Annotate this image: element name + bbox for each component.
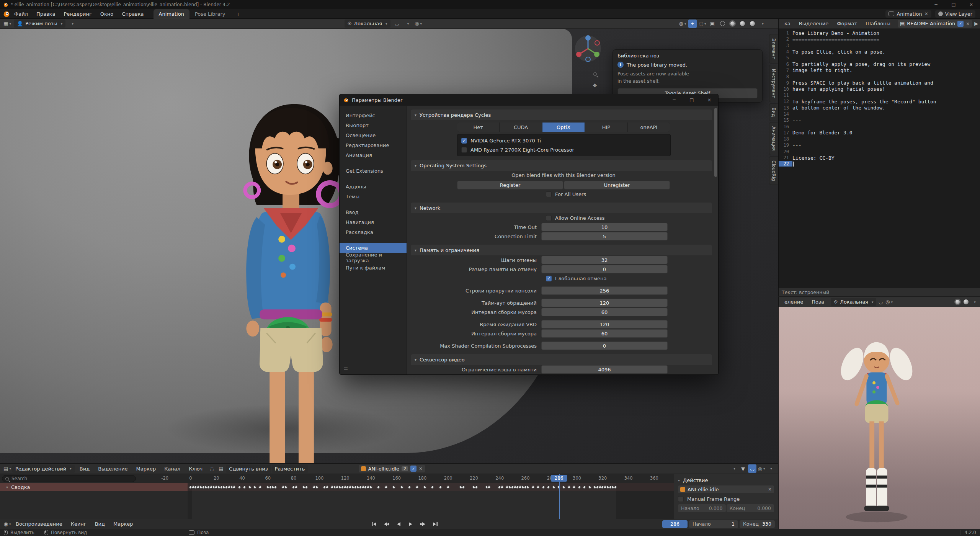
keyframe-diamond[interactable] (423, 485, 427, 489)
keyframe-diamond[interactable] (531, 485, 535, 489)
text-line[interactable]: 4To pose Ellie, click on a pose. (779, 49, 980, 55)
text-line[interactable]: 20 (779, 149, 980, 155)
text-line[interactable]: 19--- (779, 142, 980, 148)
text-line[interactable]: 16 (779, 123, 980, 129)
editor-type-icon[interactable]: ▦▾ (3, 20, 11, 28)
prefs-scrollbar[interactable] (714, 108, 717, 177)
prefs-nav-Раскладка[interactable]: Раскладка (340, 227, 407, 237)
shading-options-icon[interactable]: ▾ (758, 20, 766, 28)
text-line[interactable]: 17Demo for Blender 3.0 (779, 130, 980, 136)
keyframe-diamond[interactable] (577, 485, 581, 489)
snap-magnet-icon-2[interactable]: ◡ (876, 298, 885, 306)
shading-wireframe-icon[interactable] (718, 20, 727, 28)
prefs-hamburger-icon[interactable]: ≡ (343, 364, 348, 371)
text-line[interactable]: 18 (779, 136, 980, 142)
prefs-nav-Редактирование[interactable]: Редактирование (340, 140, 407, 150)
layers-icon[interactable]: ▤ (217, 464, 225, 473)
transform-orientation-2[interactable]: ⟐ Локальная▾ (831, 298, 877, 306)
gizmos-toggle-icon[interactable]: ⌖ (688, 20, 697, 28)
mode-selector[interactable]: 👤 Режим позы▾ (14, 20, 65, 28)
pose-viewport-canvas[interactable] (779, 307, 980, 529)
field-Шаги отмены[interactable]: 32 (541, 256, 668, 264)
field-Интервал сборки мусора[interactable]: 60 (541, 329, 668, 338)
section-os-settings[interactable]: ▾Operating System Settings (411, 160, 712, 171)
text-line[interactable]: 2============================= (779, 36, 980, 42)
fake-user-shield-icon[interactable]: ✓ (957, 21, 964, 27)
field-Время ожидания VBO[interactable]: 120 (541, 320, 668, 328)
keyframe-diamond[interactable] (583, 485, 586, 489)
action-panel-title[interactable]: Действие (683, 477, 708, 483)
text-line[interactable]: 11 (779, 92, 980, 98)
push-down-button[interactable]: Сдвинуть вниз (226, 465, 271, 473)
keyframe-diamond[interactable] (562, 485, 566, 489)
maximize-button[interactable]: □ (945, 0, 962, 9)
range-start-field[interactable]: Начало0.000 (678, 504, 726, 512)
prefs-nav-Пути к файлам[interactable]: Пути к файлам (340, 263, 407, 273)
text-line[interactable]: 5 (779, 55, 980, 61)
keyframe-diamond[interactable] (243, 485, 247, 489)
text-line[interactable]: 6To partially apply a pose, drag on its … (779, 61, 980, 67)
frame-end-field[interactable]: Конец330 (740, 520, 775, 528)
visibility-icon[interactable]: ◍▾ (678, 20, 687, 28)
keyframe-diamond[interactable] (487, 485, 491, 489)
jump-to-end-button[interactable] (430, 520, 441, 528)
add-workspace-button[interactable]: + (231, 9, 246, 19)
dopesheet-menu-Выделение[interactable]: Выделение (94, 466, 132, 472)
field-Размер памяти на отмену[interactable]: 0 (541, 265, 668, 273)
keyframe-diamond[interactable] (614, 485, 617, 489)
text-line[interactable]: 7image left to right. (779, 67, 980, 74)
device-tab-OptiX[interactable]: OptiX (542, 123, 585, 132)
sidebar-tab-Элемент[interactable]: Элемент (769, 34, 778, 64)
text-line[interactable]: 10have fun applying facial poses! (779, 86, 980, 92)
proportional-edit-icon[interactable]: ◎▾ (414, 20, 423, 28)
keyframe-diamond[interactable] (536, 485, 540, 489)
range-end-field[interactable]: Конец0.000 (727, 504, 774, 512)
menu-Правка[interactable]: Правка (32, 11, 59, 17)
snap-options-icon[interactable]: ▾ (403, 20, 412, 28)
playback-menu-Маркер[interactable]: Маркер (109, 521, 137, 527)
scene-selector[interactable]: Animation × (885, 10, 931, 18)
dopesheet-menu-Маркер[interactable]: Маркер (132, 466, 160, 472)
snap-magnet-icon[interactable]: ◡ (393, 20, 401, 28)
keyframe-diamond[interactable] (400, 485, 403, 489)
playback-menu-Кеинг[interactable]: Кеинг (67, 521, 91, 527)
editor-type-icon-dopesheet[interactable]: ▤▾ (3, 464, 11, 473)
sidebar-tab-Инструмент[interactable]: Инструмент (769, 65, 778, 102)
device-checkbox[interactable] (461, 147, 467, 153)
keyframe-diamond[interactable] (474, 485, 478, 489)
keyframe-diamond[interactable] (407, 485, 411, 489)
device-checkbox[interactable] (461, 138, 467, 144)
close-button[interactable]: × (962, 0, 980, 9)
current-frame-label[interactable]: 286 (551, 475, 567, 482)
fake-user-shield-icon[interactable]: ✓ (410, 466, 416, 472)
text-menu-Шаблоны[interactable]: Шаблоны (861, 21, 895, 26)
keyframe-diamond[interactable] (237, 485, 241, 489)
sidebar-tab-Анимация[interactable]: Анимация (769, 122, 778, 155)
keyframe-diamond[interactable] (253, 485, 257, 489)
section-memory-limits[interactable]: ▾Память и ограничения (411, 245, 712, 255)
text-line[interactable]: 21License: CC-BY (779, 155, 980, 161)
next-keyframe-button[interactable] (417, 520, 429, 528)
keyframe-diamond[interactable] (552, 485, 555, 489)
proportional-edit-icon-2[interactable]: ◎▾ (885, 298, 893, 306)
field-Max Shader Compilation Subprocesses[interactable]: 0 (541, 342, 668, 350)
keyframe-diamond[interactable] (384, 485, 388, 489)
panel-action-datablock[interactable]: ANI-ellie.idle × (678, 485, 774, 493)
playback-icon[interactable]: ◉▾ (3, 520, 11, 528)
shading-material-icon-2[interactable] (962, 298, 970, 306)
keyframe-diamond[interactable] (304, 485, 308, 489)
unlink-scene-icon[interactable]: × (924, 11, 928, 16)
prefs-minimize-button[interactable]: ─ (665, 94, 683, 106)
menu-Справка[interactable]: Справка (118, 11, 148, 17)
workspace-tab-Pose Library[interactable]: Pose Library (189, 9, 231, 19)
text-line[interactable]: 15--- (779, 117, 980, 123)
keyframe-diamond[interactable] (315, 485, 318, 489)
for-all-users-checkbox[interactable] (546, 191, 552, 197)
shading-options-icon-2[interactable]: ▾ (970, 298, 978, 306)
keyframe-diamond[interactable] (369, 485, 372, 489)
keyframe-diamond[interactable] (526, 485, 530, 489)
blender-logo-icon[interactable] (3, 10, 10, 17)
text-menu-Выделение[interactable]: Выделение (795, 21, 833, 26)
frame-start-field[interactable]: Начало1 (689, 520, 738, 528)
character-ellie-posed[interactable] (840, 337, 913, 525)
